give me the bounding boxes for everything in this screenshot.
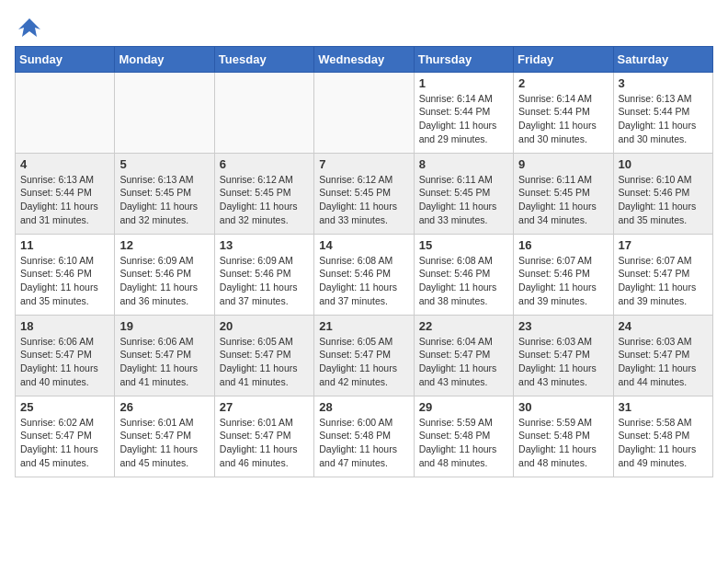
- day-info: Sunrise: 6:10 AM Sunset: 5:46 PM Dayligh…: [619, 173, 708, 227]
- calendar-cell: 21Sunrise: 6:05 AM Sunset: 5:47 PM Dayli…: [314, 315, 414, 396]
- calendar-table: SundayMondayTuesdayWednesdayThursdayFrid…: [15, 46, 713, 477]
- calendar-cell: 7Sunrise: 6:12 AM Sunset: 5:45 PM Daylig…: [314, 153, 414, 234]
- day-info: Sunrise: 6:05 AM Sunset: 5:47 PM Dayligh…: [319, 335, 408, 389]
- day-number: 23: [518, 319, 608, 333]
- day-info: Sunrise: 6:13 AM Sunset: 5:45 PM Dayligh…: [119, 173, 209, 227]
- day-number: 5: [119, 157, 209, 171]
- day-number: 21: [319, 319, 408, 333]
- day-number: 4: [20, 157, 109, 171]
- weekday-header-thursday: Thursday: [414, 46, 513, 72]
- calendar-cell: 27Sunrise: 6:01 AM Sunset: 5:47 PM Dayli…: [214, 396, 313, 477]
- calendar-cell: [16, 72, 115, 153]
- calendar-cell: [214, 72, 313, 153]
- calendar-cell: 24Sunrise: 6:03 AM Sunset: 5:47 PM Dayli…: [613, 315, 712, 396]
- weekday-header-saturday: Saturday: [613, 46, 712, 72]
- calendar-cell: 18Sunrise: 6:06 AM Sunset: 5:47 PM Dayli…: [16, 315, 115, 396]
- calendar-cell: 20Sunrise: 6:05 AM Sunset: 5:47 PM Dayli…: [214, 315, 313, 396]
- day-info: Sunrise: 6:08 AM Sunset: 5:46 PM Dayligh…: [419, 254, 508, 308]
- day-info: Sunrise: 6:03 AM Sunset: 5:47 PM Dayligh…: [619, 335, 708, 389]
- calendar-cell: 26Sunrise: 6:01 AM Sunset: 5:47 PM Dayli…: [115, 396, 214, 477]
- calendar-cell: 5Sunrise: 6:13 AM Sunset: 5:45 PM Daylig…: [115, 153, 214, 234]
- day-info: Sunrise: 6:01 AM Sunset: 5:47 PM Dayligh…: [220, 416, 309, 470]
- day-info: Sunrise: 6:14 AM Sunset: 5:44 PM Dayligh…: [419, 92, 508, 146]
- day-info: Sunrise: 6:09 AM Sunset: 5:46 PM Dayligh…: [220, 254, 309, 308]
- day-info: Sunrise: 5:59 AM Sunset: 5:48 PM Dayligh…: [419, 416, 508, 470]
- day-info: Sunrise: 6:02 AM Sunset: 5:47 PM Dayligh…: [20, 416, 109, 470]
- day-info: Sunrise: 6:13 AM Sunset: 5:44 PM Dayligh…: [619, 92, 708, 146]
- day-number: 11: [20, 238, 109, 252]
- day-info: Sunrise: 6:09 AM Sunset: 5:46 PM Dayligh…: [119, 254, 209, 308]
- calendar-cell: 25Sunrise: 6:02 AM Sunset: 5:47 PM Dayli…: [16, 396, 115, 477]
- day-info: Sunrise: 6:07 AM Sunset: 5:46 PM Dayligh…: [518, 254, 608, 308]
- calendar-cell: [314, 72, 414, 153]
- calendar-cell: 23Sunrise: 6:03 AM Sunset: 5:47 PM Dayli…: [514, 315, 613, 396]
- calendar-cell: 13Sunrise: 6:09 AM Sunset: 5:46 PM Dayli…: [214, 234, 313, 315]
- day-number: 16: [518, 238, 608, 252]
- day-info: Sunrise: 5:59 AM Sunset: 5:48 PM Dayligh…: [518, 416, 608, 470]
- day-number: 29: [419, 400, 508, 414]
- day-number: 12: [119, 238, 209, 252]
- day-number: 6: [220, 157, 309, 171]
- day-info: Sunrise: 6:06 AM Sunset: 5:47 PM Dayligh…: [20, 335, 109, 389]
- day-number: 2: [518, 76, 608, 90]
- week-row-5: 25Sunrise: 6:02 AM Sunset: 5:47 PM Dayli…: [16, 396, 713, 477]
- week-row-4: 18Sunrise: 6:06 AM Sunset: 5:47 PM Dayli…: [16, 315, 713, 396]
- day-number: 19: [119, 319, 209, 333]
- day-number: 28: [319, 400, 408, 414]
- day-number: 18: [20, 319, 109, 333]
- day-number: 1: [419, 76, 508, 90]
- day-info: Sunrise: 6:05 AM Sunset: 5:47 PM Dayligh…: [220, 335, 309, 389]
- day-info: Sunrise: 6:12 AM Sunset: 5:45 PM Dayligh…: [319, 173, 408, 227]
- day-info: Sunrise: 6:12 AM Sunset: 5:45 PM Dayligh…: [220, 173, 309, 227]
- week-row-2: 4Sunrise: 6:13 AM Sunset: 5:44 PM Daylig…: [16, 153, 713, 234]
- day-number: 13: [220, 238, 309, 252]
- weekday-header-friday: Friday: [514, 46, 613, 72]
- day-number: 8: [419, 157, 508, 171]
- day-number: 31: [619, 400, 708, 414]
- day-number: 26: [119, 400, 209, 414]
- calendar-cell: [115, 72, 214, 153]
- day-number: 9: [518, 157, 608, 171]
- calendar-cell: 1Sunrise: 6:14 AM Sunset: 5:44 PM Daylig…: [414, 72, 513, 153]
- calendar-cell: 12Sunrise: 6:09 AM Sunset: 5:46 PM Dayli…: [115, 234, 214, 315]
- day-info: Sunrise: 6:10 AM Sunset: 5:46 PM Dayligh…: [20, 254, 109, 308]
- day-info: Sunrise: 6:14 AM Sunset: 5:44 PM Dayligh…: [518, 92, 608, 146]
- day-number: 7: [319, 157, 408, 171]
- day-info: Sunrise: 6:03 AM Sunset: 5:47 PM Dayligh…: [518, 335, 608, 389]
- weekday-header-wednesday: Wednesday: [314, 46, 414, 72]
- calendar-cell: 16Sunrise: 6:07 AM Sunset: 5:46 PM Dayli…: [514, 234, 613, 315]
- calendar-cell: 2Sunrise: 6:14 AM Sunset: 5:44 PM Daylig…: [514, 72, 613, 153]
- day-number: 25: [20, 400, 109, 414]
- day-number: 14: [319, 238, 408, 252]
- day-info: Sunrise: 6:07 AM Sunset: 5:47 PM Dayligh…: [619, 254, 708, 308]
- calendar-cell: 6Sunrise: 6:12 AM Sunset: 5:45 PM Daylig…: [214, 153, 313, 234]
- svg-marker-0: [18, 18, 40, 37]
- calendar-cell: 8Sunrise: 6:11 AM Sunset: 5:45 PM Daylig…: [414, 153, 513, 234]
- logo-bird-icon: [17, 17, 42, 42]
- day-info: Sunrise: 6:01 AM Sunset: 5:47 PM Dayligh…: [119, 416, 209, 470]
- week-row-3: 11Sunrise: 6:10 AM Sunset: 5:46 PM Dayli…: [16, 234, 713, 315]
- day-number: 15: [419, 238, 508, 252]
- day-info: Sunrise: 5:58 AM Sunset: 5:48 PM Dayligh…: [619, 416, 708, 470]
- calendar-cell: 10Sunrise: 6:10 AM Sunset: 5:46 PM Dayli…: [613, 153, 712, 234]
- day-info: Sunrise: 6:06 AM Sunset: 5:47 PM Dayligh…: [119, 335, 209, 389]
- day-number: 10: [619, 157, 708, 171]
- day-number: 3: [619, 76, 708, 90]
- day-info: Sunrise: 6:11 AM Sunset: 5:45 PM Dayligh…: [419, 173, 508, 227]
- weekday-header-monday: Monday: [115, 46, 214, 72]
- calendar-cell: 11Sunrise: 6:10 AM Sunset: 5:46 PM Dayli…: [16, 234, 115, 315]
- day-number: 22: [419, 319, 508, 333]
- calendar-cell: 31Sunrise: 5:58 AM Sunset: 5:48 PM Dayli…: [613, 396, 712, 477]
- day-info: Sunrise: 6:11 AM Sunset: 5:45 PM Dayligh…: [518, 173, 608, 227]
- day-number: 20: [220, 319, 309, 333]
- calendar-cell: 3Sunrise: 6:13 AM Sunset: 5:44 PM Daylig…: [613, 72, 712, 153]
- calendar-cell: 30Sunrise: 5:59 AM Sunset: 5:48 PM Dayli…: [514, 396, 613, 477]
- calendar-cell: 19Sunrise: 6:06 AM Sunset: 5:47 PM Dayli…: [115, 315, 214, 396]
- day-number: 24: [619, 319, 708, 333]
- calendar-cell: 15Sunrise: 6:08 AM Sunset: 5:46 PM Dayli…: [414, 234, 513, 315]
- day-number: 27: [220, 400, 309, 414]
- weekday-header-tuesday: Tuesday: [214, 46, 313, 72]
- week-row-1: 1Sunrise: 6:14 AM Sunset: 5:44 PM Daylig…: [16, 72, 713, 153]
- day-info: Sunrise: 6:04 AM Sunset: 5:47 PM Dayligh…: [419, 335, 508, 389]
- weekday-header-row: SundayMondayTuesdayWednesdayThursdayFrid…: [16, 46, 713, 72]
